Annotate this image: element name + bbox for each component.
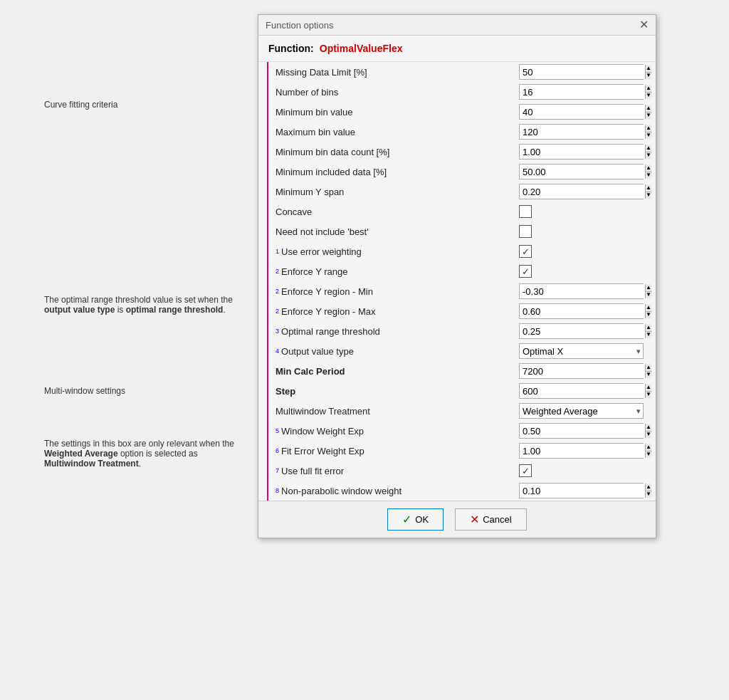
spin-up-max-bin-value[interactable]: ▲ xyxy=(646,125,651,132)
row-multiwindow-treatment: Multiwindow Treatment Weighted Average B… xyxy=(268,401,656,421)
spin-min-bin-data-count[interactable]: ▲ ▼ xyxy=(519,144,644,160)
ok-button[interactable]: ✓ OK xyxy=(387,508,444,531)
spin-number-of-bins[interactable]: ▲ ▼ xyxy=(519,84,644,100)
select-multiwindow-treatment[interactable]: Weighted Average Best Fit Average xyxy=(519,403,644,419)
row-use-error-weighting: 1 Use error weighting xyxy=(268,241,656,261)
spin-down-max-bin-value[interactable]: ▼ xyxy=(646,132,651,140)
spin-input-number-of-bins[interactable] xyxy=(520,85,645,99)
spin-input-min-bin-data-count[interactable] xyxy=(520,145,645,159)
label-step: Step xyxy=(276,386,295,397)
spin-input-step[interactable] xyxy=(520,384,645,398)
spin-up-non-parabolic-window-weight[interactable]: ▲ xyxy=(646,484,651,491)
spin-non-parabolic-window-weight[interactable]: ▲ ▼ xyxy=(519,483,644,498)
spin-down-enforce-y-region-max[interactable]: ▼ xyxy=(646,312,651,319)
spin-min-bin-value[interactable]: ▲ ▼ xyxy=(519,104,644,120)
spin-input-min-included-data[interactable] xyxy=(520,164,645,179)
spin-up-min-y-span[interactable]: ▲ xyxy=(646,184,651,192)
spin-min-calc-period[interactable]: ▲ ▼ xyxy=(519,363,644,379)
label-enforce-y-region-max: Enforce Y region - Max xyxy=(281,306,375,317)
spin-down-min-calc-period[interactable]: ▼ xyxy=(646,372,651,379)
spin-up-min-included-data[interactable]: ▲ xyxy=(646,164,651,172)
spin-down-optimal-range-threshold[interactable]: ▼ xyxy=(646,332,651,339)
cancel-label: Cancel xyxy=(483,514,511,525)
label-output-value-type: Output value type xyxy=(281,346,354,357)
spin-down-min-included-data[interactable]: ▼ xyxy=(646,172,651,179)
spin-up-min-calc-period[interactable]: ▲ xyxy=(646,364,651,372)
spin-optimal-range-threshold[interactable]: ▲ ▼ xyxy=(519,323,644,339)
spin-down-window-weight-exp[interactable]: ▼ xyxy=(646,432,651,439)
dialog-titlebar: Function options ✕ xyxy=(258,15,656,36)
spin-max-bin-value[interactable]: ▲ ▼ xyxy=(519,124,644,140)
label-missing-data-limit: Missing Data Limit [%] xyxy=(276,67,367,78)
checkbox-need-not-include-best[interactable] xyxy=(519,225,532,238)
dialog-title: Function options xyxy=(266,20,333,31)
spin-input-optimal-range-threshold[interactable] xyxy=(520,324,645,338)
spin-up-min-bin-data-count[interactable]: ▲ xyxy=(646,145,651,152)
dialog-header: Function: OptimalValueFlex xyxy=(258,36,656,62)
row-min-included-data: Minimum included data [%] ▲ ▼ xyxy=(268,162,656,182)
spin-input-min-bin-value[interactable] xyxy=(520,105,645,119)
spin-down-enforce-y-region-min[interactable]: ▼ xyxy=(646,292,651,299)
cancel-button[interactable]: ✕ Cancel xyxy=(455,508,526,531)
spin-min-included-data[interactable]: ▲ ▼ xyxy=(519,164,644,179)
spin-up-enforce-y-region-min[interactable]: ▲ xyxy=(646,284,651,292)
checkbox-use-error-weighting[interactable] xyxy=(519,245,532,258)
spin-btns-missing-data-limit[interactable]: ▲ ▼ xyxy=(645,65,651,79)
spin-up-min-bin-value[interactable]: ▲ xyxy=(646,105,651,113)
multi-window-label: Multi-window settings xyxy=(44,386,125,396)
label-use-full-fit-error: Use full fit error xyxy=(281,466,344,476)
spin-up-fit-error-weight-exp[interactable]: ▲ xyxy=(646,444,651,451)
spin-down-step[interactable]: ▼ xyxy=(646,392,651,399)
multi-window-group: Min Calc Period ▲ ▼ xyxy=(267,361,656,401)
checkbox-concave[interactable] xyxy=(519,205,532,218)
spin-input-non-parabolic-window-weight[interactable] xyxy=(520,484,645,498)
spin-input-max-bin-value[interactable] xyxy=(520,125,645,139)
spin-enforce-y-region-max[interactable]: ▲ ▼ xyxy=(519,303,644,319)
checkbox-enforce-y-range[interactable] xyxy=(519,265,532,278)
spin-down-missing-data-limit[interactable]: ▼ xyxy=(646,73,651,80)
spin-down-number-of-bins[interactable]: ▼ xyxy=(646,93,651,100)
spin-up-enforce-y-region-max[interactable]: ▲ xyxy=(646,304,651,312)
row-output-value-type: 4 Output value type Optimal X Optimal Y … xyxy=(268,341,656,361)
select-wrapper-multiwindow-treatment[interactable]: Weighted Average Best Fit Average xyxy=(519,403,644,419)
close-button[interactable]: ✕ xyxy=(639,19,649,31)
spin-up-missing-data-limit[interactable]: ▲ xyxy=(646,65,651,73)
spin-down-fit-error-weight-exp[interactable]: ▼ xyxy=(646,451,651,459)
spin-enforce-y-region-min[interactable]: ▲ ▼ xyxy=(519,283,644,299)
spin-window-weight-exp[interactable]: ▲ ▼ xyxy=(519,423,644,439)
spin-up-step[interactable]: ▲ xyxy=(646,384,651,392)
spin-input-window-weight-exp[interactable] xyxy=(520,424,645,438)
spin-input-min-y-span[interactable] xyxy=(520,184,645,199)
spin-step[interactable]: ▲ ▼ xyxy=(519,383,644,399)
label-concave: Concave xyxy=(276,207,312,217)
row-enforce-y-region-min: 2 Enforce Y region - Min ▲ ▼ xyxy=(268,281,656,301)
spin-min-y-span[interactable]: ▲ ▼ xyxy=(519,184,644,199)
spin-input-enforce-y-region-max[interactable] xyxy=(520,304,645,318)
row-min-y-span: Minimum Y span ▲ ▼ xyxy=(268,182,656,202)
spin-input-fit-error-weight-exp[interactable] xyxy=(520,444,645,458)
select-wrapper-output-value-type[interactable]: Optimal X Optimal Y Optimal range thresh… xyxy=(519,343,644,359)
checkbox-use-full-fit-error[interactable] xyxy=(519,464,532,477)
spin-down-min-bin-value[interactable]: ▼ xyxy=(646,113,651,120)
spin-up-optimal-range-threshold[interactable]: ▲ xyxy=(646,324,651,332)
cancel-x-icon: ✕ xyxy=(470,513,479,526)
label-optimal-range-threshold: Optimal range threshold xyxy=(281,326,380,337)
superscript-use-full-fit-error: 7 xyxy=(276,467,279,474)
spin-missing-data-limit[interactable]: ▲ ▼ xyxy=(519,64,644,80)
spin-input-enforce-y-region-min[interactable] xyxy=(520,284,645,298)
spin-input-min-calc-period[interactable] xyxy=(520,364,645,378)
dialog-body: Missing Data Limit [%] ▲ ▼ Number of b xyxy=(258,62,656,501)
spin-down-min-bin-data-count[interactable]: ▼ xyxy=(646,152,651,160)
spin-fit-error-weight-exp[interactable]: ▲ ▼ xyxy=(519,443,644,459)
row-concave: Concave xyxy=(268,202,656,221)
row-need-not-include-best: Need not include 'best' xyxy=(268,221,656,241)
spin-up-number-of-bins[interactable]: ▲ xyxy=(646,85,651,93)
select-output-value-type[interactable]: Optimal X Optimal Y Optimal range thresh… xyxy=(519,343,644,359)
spin-input-missing-data-limit[interactable] xyxy=(520,65,645,79)
spin-down-min-y-span[interactable]: ▼ xyxy=(646,192,651,199)
spin-down-non-parabolic-window-weight[interactable]: ▼ xyxy=(646,491,651,498)
spin-up-window-weight-exp[interactable]: ▲ xyxy=(646,424,651,432)
superscript-non-parabolic-window-weight: 8 xyxy=(276,487,279,494)
label-non-parabolic-window-weight: Non-parabolic window weight xyxy=(281,486,402,496)
label-min-y-span: Minimum Y span xyxy=(276,187,344,197)
